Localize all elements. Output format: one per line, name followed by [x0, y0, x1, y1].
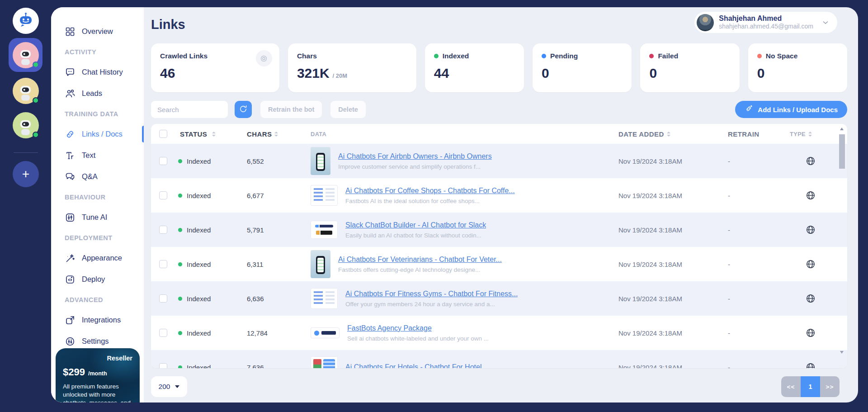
bot-avatar-selected[interactable]	[9, 38, 42, 72]
bot-avatar-2[interactable]	[13, 78, 39, 104]
column-header-data: DATA	[300, 131, 618, 137]
stat-value: 46	[160, 66, 270, 81]
chars-cell: 6,677	[240, 192, 300, 199]
user-name: Shahjehan Ahmed	[719, 14, 813, 23]
leads-icon	[65, 88, 75, 99]
qa-icon	[65, 171, 75, 182]
row-link[interactable]: Ai Chatbots For Veterinarians - Chatbot …	[338, 256, 502, 264]
chars-cell: 5,791	[240, 226, 300, 234]
row-description: Easily build an AI chatbot for Slack wit…	[345, 232, 486, 239]
table-scrollbar[interactable]	[839, 127, 845, 365]
row-description: Improve customer service and simplify op…	[338, 163, 492, 170]
sort-icon[interactable]	[212, 132, 216, 137]
bot-avatar-3[interactable]	[13, 112, 39, 138]
row-checkbox[interactable]	[159, 363, 167, 368]
retrain-cell: -	[721, 157, 790, 165]
scroll-up-arrow[interactable]	[840, 128, 844, 130]
search-input[interactable]	[151, 101, 228, 118]
current-page-button[interactable]: 1	[801, 376, 820, 397]
nav-section-deployment: DEPLOYMENT	[51, 228, 144, 247]
date-added-cell: Nov 19/2024 3:18AM	[618, 295, 721, 303]
target-icon[interactable]	[256, 50, 272, 66]
stat-card-failed: Failed 0	[640, 43, 739, 92]
row-description: Fastbots offers cutting-edge AI technolo…	[338, 266, 502, 273]
row-link[interactable]: FastBots Agency Package	[347, 324, 489, 332]
row-thumbnail	[311, 147, 330, 175]
row-checkbox[interactable]	[159, 226, 167, 234]
table-row: Indexed 6,636 Ai Chatbots For Fitness Gy…	[151, 281, 847, 316]
row-link[interactable]: Ai Chatbots For Hotels - Chatbot For Hot…	[345, 363, 481, 368]
retrain-cell: -	[721, 329, 790, 337]
add-links-icon	[745, 104, 753, 114]
sidebar-item-tune-ai[interactable]: Tune AI	[51, 207, 144, 228]
row-thumbnail	[311, 356, 338, 368]
links-icon	[65, 129, 75, 140]
column-header-type[interactable]: TYPE	[790, 131, 847, 137]
retrain-cell: -	[721, 226, 790, 234]
stat-value: 44	[434, 66, 515, 81]
refresh-button[interactable]	[235, 101, 252, 118]
chars-cell: 6,552	[240, 157, 300, 165]
date-added-cell: Nov 19/2024 3:18AM	[618, 329, 721, 337]
column-header-chars[interactable]: CHARS	[240, 130, 300, 138]
page-title: Links	[151, 17, 185, 32]
sidebar-item-integrations[interactable]: Integrations	[51, 309, 144, 331]
column-header-status[interactable]: STATUS	[175, 130, 240, 138]
sidebar-item-overview[interactable]: Overview	[51, 21, 144, 42]
sidebar-item-label: Links / Docs	[82, 130, 123, 138]
row-link[interactable]: Ai Chatbots For Fitness Gyms - Chatbot F…	[345, 290, 518, 298]
sidebar-item-appearance[interactable]: Appearance	[51, 247, 144, 269]
sidebar-item-label: Tune AI	[82, 213, 107, 222]
online-status-dot	[33, 97, 39, 104]
page-size-select[interactable]: 200	[151, 376, 187, 397]
select-all-checkbox[interactable]	[159, 130, 167, 138]
sidebar-item-chat-history[interactable]: Chat History	[51, 62, 144, 83]
sort-icon[interactable]	[274, 132, 278, 137]
next-page-button[interactable]: >>	[820, 376, 840, 397]
scroll-down-arrow[interactable]	[840, 351, 844, 354]
stat-label: Indexed	[443, 52, 469, 60]
row-link[interactable]: Ai Chatbots For Airbnb Owners - Airbnb O…	[338, 152, 492, 161]
date-added-cell: Nov 19/2024 3:18AM	[618, 260, 721, 268]
table-row: Indexed 5,791 Slack ChatBot Builder - AI…	[151, 213, 847, 247]
row-checkbox[interactable]	[159, 294, 167, 303]
table-row: Indexed 6,677 Ai Chatbots For Coffee Sho…	[151, 178, 847, 213]
row-link[interactable]: Slack ChatBot Builder - AI Chatbot for S…	[345, 221, 486, 229]
sidebar-item-deploy[interactable]: Deploy	[51, 269, 144, 290]
row-link[interactable]: Ai Chatbots For Coffee Shops - Chatbots …	[345, 187, 515, 195]
sidebar-item-q-a[interactable]: Q&A	[51, 166, 144, 187]
sidebar-item-links-docs[interactable]: Links / Docs	[51, 123, 144, 145]
prev-page-button[interactable]: <<	[781, 376, 801, 397]
globe-icon	[805, 362, 816, 368]
add-links-upload-docs-button[interactable]: Add Links / Upload Docs	[735, 101, 847, 118]
sidebar-item-label: Text	[82, 151, 95, 160]
delete-button[interactable]: Delete	[330, 101, 366, 118]
user-profile-menu[interactable]: Shahjehan Ahmed shahjehan.ahmed.45@gmail…	[694, 12, 837, 33]
sidebar-item-text[interactable]: Text	[51, 145, 144, 166]
date-added-cell: Nov 19/2024 3:18AM	[618, 364, 721, 369]
plan-card[interactable]: Reseller $299 /month All premium feature…	[56, 348, 140, 403]
sort-icon[interactable]	[667, 132, 670, 137]
status-dot	[178, 228, 182, 232]
app-logo[interactable]	[13, 8, 39, 34]
row-checkbox[interactable]	[159, 191, 167, 199]
status-label: Indexed	[187, 157, 211, 165]
retrain-cell: -	[721, 364, 790, 369]
date-added-cell: Nov 19/2024 3:18AM	[618, 226, 721, 234]
stat-dot	[434, 54, 439, 58]
sort-icon[interactable]	[808, 132, 812, 137]
column-header-date-added[interactable]: DATE ADDED	[618, 130, 721, 138]
row-checkbox[interactable]	[159, 329, 167, 337]
app-root: + Overview ACTIVITY Chat History Leads T…	[0, 0, 868, 412]
retrain-bot-button[interactable]: Retrain the bot	[260, 101, 322, 118]
sidebar-item-leads[interactable]: Leads	[51, 83, 144, 104]
sidebar-item-label: Settings	[82, 337, 109, 346]
row-checkbox[interactable]	[159, 260, 167, 268]
chars-cell: 7,636	[240, 364, 300, 369]
column-label: TYPE	[790, 131, 806, 137]
row-checkbox[interactable]	[159, 157, 167, 165]
globe-icon	[805, 156, 816, 166]
scrollbar-thumb[interactable]	[839, 134, 845, 169]
add-bot-button[interactable]: +	[13, 161, 39, 187]
user-avatar	[697, 14, 714, 31]
